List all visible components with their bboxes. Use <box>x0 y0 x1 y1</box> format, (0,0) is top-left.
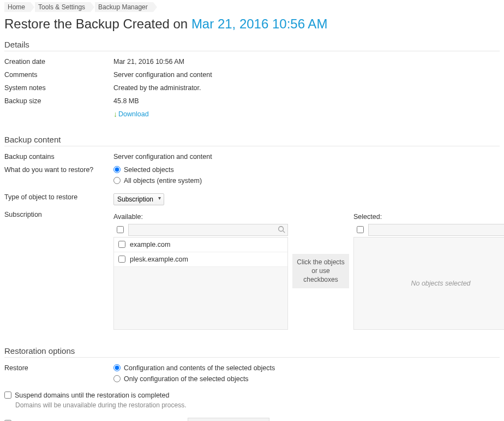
selected-header: Selected: <box>353 213 504 221</box>
backup-contains-label: Backup contains <box>4 153 113 161</box>
radio-all-objects[interactable] <box>113 177 121 184</box>
list-item[interactable]: plesk.example.com <box>114 252 287 267</box>
creation-date-label: Creation date <box>4 58 113 66</box>
transfer-hint: Click the objects or use checkboxes <box>288 213 353 330</box>
list-item[interactable]: example.com <box>114 238 287 252</box>
search-icon <box>278 226 285 235</box>
selected-column: Selected: No objects selected <box>353 213 504 330</box>
selected-select-all-checkbox[interactable] <box>357 226 364 233</box>
page-title-prefix: Restore the Backup Created on <box>4 16 191 31</box>
selected-list-empty: No objects selected <box>353 237 504 330</box>
suspend-domains-checkbox[interactable] <box>4 392 11 399</box>
available-item-checkbox[interactable] <box>118 241 125 248</box>
backup-size-label: Backup size <box>4 97 113 105</box>
available-list: example.com plesk.example.com <box>113 237 288 330</box>
creation-date-value: Mar 21, 2016 10:56 AM <box>113 58 500 66</box>
available-column: Available: example.com <box>113 213 288 330</box>
restoration-options-header: Restoration options <box>4 346 500 358</box>
radio-config-only[interactable] <box>113 375 121 382</box>
backup-contains-value: Server configuration and content <box>113 153 500 161</box>
type-of-object-label: Type of object to restore <box>4 193 113 201</box>
suspend-domains-help: Domains will be unavailable during the r… <box>15 401 500 409</box>
available-item-checkbox[interactable] <box>118 256 125 263</box>
radio-selected-objects-label: Selected objects <box>124 166 174 174</box>
available-header: Available: <box>113 213 288 221</box>
selected-search-input[interactable] <box>368 224 504 236</box>
comments-label: Comments <box>4 71 113 79</box>
breadcrumb-backup-manager[interactable]: Backup Manager <box>95 2 153 12</box>
comments-value: Server configuration and content <box>113 71 500 79</box>
backup-size-value: 45.8 MB <box>113 97 500 105</box>
radio-selected-objects[interactable] <box>113 166 121 173</box>
radio-all-objects-label: All objects (entire system) <box>124 177 202 185</box>
download-arrow-icon: ↓ <box>113 110 117 118</box>
available-select-all-checkbox[interactable] <box>117 226 124 233</box>
notify-email-input[interactable] <box>188 418 269 421</box>
restore-label: Restore <box>4 364 113 372</box>
available-item-label: example.com <box>130 241 170 248</box>
page-title-date: Mar 21, 2016 10:56 AM <box>191 16 328 31</box>
restore-what-label: What do you want to restore? <box>4 166 113 174</box>
hint-box: Click the objects or use checkboxes <box>292 254 349 288</box>
system-notes-value: Created by the administrator. <box>113 84 500 92</box>
page-title: Restore the Backup Created on Mar 21, 20… <box>4 16 500 32</box>
available-search-input[interactable] <box>128 224 288 236</box>
breadcrumb: Home Tools & Settings Backup Manager <box>4 2 500 12</box>
svg-line-1 <box>283 230 285 233</box>
backup-content-header: Backup content <box>4 135 500 146</box>
download-link[interactable]: ↓Download <box>113 110 149 118</box>
radio-config-contents-label: Configuration and contents of the select… <box>124 364 275 372</box>
radio-config-only-label: Only configuration of the selected objec… <box>124 375 249 383</box>
details-header: Details <box>4 40 500 51</box>
system-notes-label: System notes <box>4 84 113 92</box>
no-objects-selected-text: No objects selected <box>411 280 470 287</box>
radio-config-contents[interactable] <box>113 364 121 371</box>
type-of-object-select[interactable]: Subscription <box>113 193 164 205</box>
available-item-label: plesk.example.com <box>130 256 188 263</box>
suspend-domains-label: Suspend domains until the restoration is… <box>15 392 170 399</box>
subscription-label: Subscription <box>4 211 113 218</box>
download-label: Download <box>118 110 149 118</box>
svg-point-0 <box>279 227 284 232</box>
breadcrumb-home[interactable]: Home <box>4 2 31 12</box>
breadcrumb-tools-settings[interactable]: Tools & Settings <box>35 2 91 12</box>
